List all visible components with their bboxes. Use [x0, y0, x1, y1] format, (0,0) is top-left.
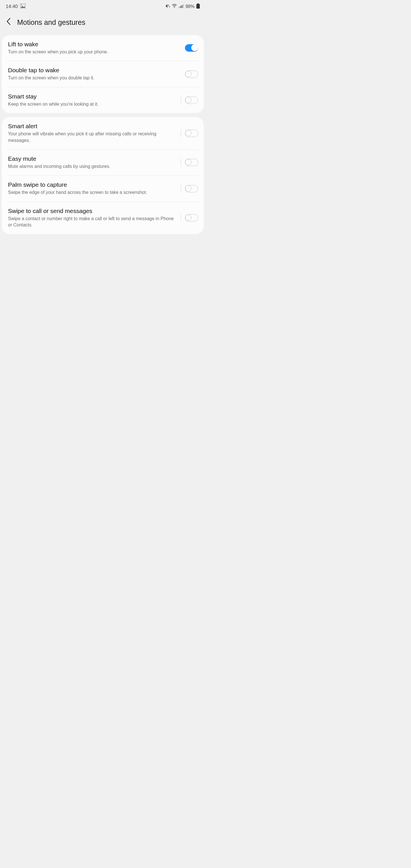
toggle-separator — [181, 158, 181, 166]
wifi-icon — [172, 4, 177, 9]
setting-text: Double tap to wakeTurn on the screen whe… — [8, 67, 185, 81]
toggle-separator — [181, 185, 181, 193]
setting-description: Keep the screen on while you're looking … — [8, 101, 177, 107]
toggle-separator — [181, 214, 181, 222]
settings-card: Smart alertYour phone will vibrate when … — [2, 117, 204, 234]
toggle-knob — [185, 159, 191, 165]
setting-row-smart-stay[interactable]: Smart stayKeep the screen on while you'r… — [2, 87, 204, 113]
status-time: 14:40 — [6, 4, 18, 9]
toggle-knob — [185, 97, 191, 103]
toggle-double-tap-to-wake[interactable] — [185, 70, 198, 78]
setting-text: Smart stayKeep the screen on while you'r… — [8, 93, 181, 107]
toggle-wrap — [185, 44, 198, 52]
setting-text: Palm swipe to captureSwipe the edge of y… — [8, 181, 181, 195]
status-bar: 14:40 98% — [0, 0, 205, 12]
mute-icon — [165, 4, 170, 9]
image-icon — [20, 4, 25, 9]
toggle-easy-mute[interactable] — [185, 159, 198, 166]
toggle-wrap — [181, 214, 198, 222]
svg-rect-7 — [183, 4, 184, 8]
svg-point-1 — [21, 5, 22, 6]
signal-icon — [179, 4, 184, 9]
toggle-wrap — [181, 96, 198, 104]
setting-title: Palm swipe to capture — [8, 181, 177, 188]
setting-description: Turn on the screen when you pick up your… — [8, 49, 182, 55]
setting-row-smart-alert[interactable]: Smart alertYour phone will vibrate when … — [2, 117, 204, 149]
setting-text: Lift to wakeTurn on the screen when you … — [8, 41, 185, 55]
setting-title: Smart stay — [8, 93, 177, 100]
toggle-separator — [181, 129, 181, 137]
setting-title: Double tap to wake — [8, 67, 182, 74]
battery-icon — [196, 3, 200, 10]
svg-rect-8 — [197, 3, 199, 4]
setting-description: Swipe a contact or number right to make … — [8, 216, 177, 228]
back-button[interactable] — [6, 18, 11, 27]
setting-text: Smart alertYour phone will vibrate when … — [8, 123, 181, 144]
toggle-knob — [185, 71, 191, 77]
setting-description: Turn on the screen when you double tap i… — [8, 75, 182, 81]
toggle-swipe-to-call[interactable] — [185, 214, 198, 222]
setting-text: Easy muteMute alarms and incoming calls … — [8, 155, 181, 169]
page-title: Motions and gestures — [17, 18, 85, 27]
toggle-smart-alert[interactable] — [185, 130, 198, 137]
setting-row-swipe-to-call[interactable]: Swipe to call or send messagesSwipe a co… — [2, 202, 204, 234]
toggle-smart-stay[interactable] — [185, 96, 198, 104]
setting-description: Swipe the edge of your hand across the s… — [8, 189, 177, 195]
svg-rect-4 — [179, 7, 180, 8]
setting-title: Lift to wake — [8, 41, 182, 48]
svg-point-3 — [174, 7, 175, 8]
settings-card: Lift to wakeTurn on the screen when you … — [2, 35, 204, 113]
toggle-wrap — [185, 70, 198, 78]
toggle-palm-swipe[interactable] — [185, 185, 198, 192]
toggle-knob — [185, 214, 191, 221]
setting-title: Easy mute — [8, 155, 177, 162]
svg-rect-5 — [180, 6, 181, 8]
svg-line-2 — [168, 5, 170, 7]
battery-percent: 98% — [186, 4, 195, 9]
header: Motions and gestures — [0, 12, 205, 35]
setting-row-easy-mute[interactable]: Easy muteMute alarms and incoming calls … — [2, 150, 204, 175]
setting-row-lift-to-wake[interactable]: Lift to wakeTurn on the screen when you … — [2, 35, 204, 61]
status-right: 98% — [165, 3, 200, 10]
svg-rect-9 — [196, 4, 200, 8]
status-left: 14:40 — [6, 4, 25, 9]
toggle-wrap — [181, 158, 198, 166]
setting-title: Swipe to call or send messages — [8, 208, 177, 214]
toggle-knob — [185, 130, 191, 136]
toggle-wrap — [181, 185, 198, 193]
setting-description: Mute alarms and incoming calls by using … — [8, 163, 177, 169]
toggle-knob — [191, 44, 198, 51]
toggle-separator — [181, 96, 181, 104]
svg-rect-6 — [182, 5, 182, 8]
setting-row-double-tap-to-wake[interactable]: Double tap to wakeTurn on the screen whe… — [2, 61, 204, 87]
toggle-lift-to-wake[interactable] — [185, 44, 198, 52]
setting-row-palm-swipe[interactable]: Palm swipe to captureSwipe the edge of y… — [2, 176, 204, 201]
toggle-knob — [185, 185, 191, 192]
setting-description: Your phone will vibrate when you pick it… — [8, 131, 177, 144]
setting-text: Swipe to call or send messagesSwipe a co… — [8, 208, 181, 228]
toggle-wrap — [181, 129, 198, 137]
setting-title: Smart alert — [8, 123, 177, 130]
